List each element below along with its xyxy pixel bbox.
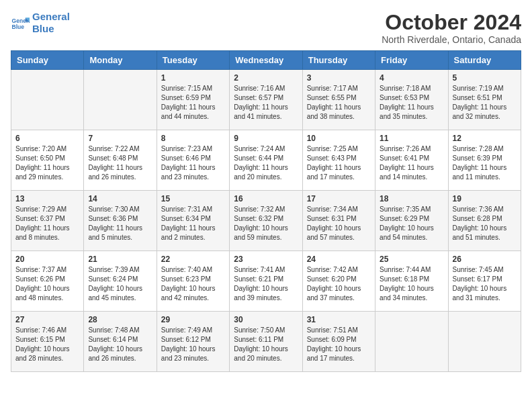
day-info: Sunrise: 7:34 AM Sunset: 6:31 PM Dayligh… [307,205,371,242]
day-info: Sunrise: 7:45 AM Sunset: 6:17 PM Dayligh… [453,265,517,303]
calendar-cell: 17Sunrise: 7:34 AM Sunset: 6:31 PM Dayli… [302,191,375,251]
logo-text-line1: General [32,11,70,23]
col-thursday: Thursday [302,51,375,70]
calendar-cell: 7Sunrise: 7:22 AM Sunset: 6:48 PM Daylig… [84,130,157,191]
week-row-3: 13Sunrise: 7:29 AM Sunset: 6:37 PM Dayli… [11,191,521,251]
day-number: 24 [307,255,371,264]
day-info: Sunrise: 7:25 AM Sunset: 6:43 PM Dayligh… [307,144,371,182]
calendar-cell: 10Sunrise: 7:25 AM Sunset: 6:43 PM Dayli… [302,130,375,191]
day-info: Sunrise: 7:32 AM Sunset: 6:32 PM Dayligh… [234,205,298,242]
day-info: Sunrise: 7:51 AM Sunset: 6:09 PM Dayligh… [307,326,371,363]
week-row-1: 1Sunrise: 7:15 AM Sunset: 6:59 PM Daylig… [11,70,521,130]
day-number: 22 [161,255,225,264]
day-info: Sunrise: 7:16 AM Sunset: 6:57 PM Dayligh… [234,84,298,122]
col-wednesday: Wednesday [230,51,302,70]
calendar-cell [375,312,448,372]
calendar-cell: 9Sunrise: 7:24 AM Sunset: 6:44 PM Daylig… [230,130,302,191]
calendar-cell: 3Sunrise: 7:17 AM Sunset: 6:55 PM Daylig… [302,70,375,130]
calendar-cell: 27Sunrise: 7:46 AM Sunset: 6:15 PM Dayli… [11,312,84,372]
calendar-cell: 25Sunrise: 7:44 AM Sunset: 6:18 PM Dayli… [375,251,448,312]
day-number: 9 [234,134,298,143]
day-number: 3 [307,73,371,83]
calendar-cell: 18Sunrise: 7:35 AM Sunset: 6:29 PM Dayli… [375,191,448,251]
day-info: Sunrise: 7:39 AM Sunset: 6:24 PM Dayligh… [88,265,152,303]
day-number: 15 [161,194,225,203]
calendar-cell [11,70,84,130]
day-info: Sunrise: 7:41 AM Sunset: 6:21 PM Dayligh… [234,265,298,303]
month-title: October 2024 [382,11,521,34]
calendar-cell: 24Sunrise: 7:42 AM Sunset: 6:20 PM Dayli… [302,251,375,312]
col-sunday: Sunday [11,51,84,70]
day-number: 31 [307,315,371,324]
day-number: 29 [161,315,225,324]
day-info: Sunrise: 7:18 AM Sunset: 6:53 PM Dayligh… [380,84,443,122]
title-block: October 2024 North Riverdale, Ontario, C… [382,11,521,45]
day-info: Sunrise: 7:15 AM Sunset: 6:59 PM Dayligh… [161,84,225,122]
day-info: Sunrise: 7:49 AM Sunset: 6:12 PM Dayligh… [161,326,225,363]
day-number: 21 [88,255,152,264]
day-number: 28 [88,315,152,324]
day-number: 11 [380,134,443,143]
calendar-cell: 1Sunrise: 7:15 AM Sunset: 6:59 PM Daylig… [157,70,229,130]
page-header: General Blue General Blue October 2024 N… [11,11,521,45]
calendar-cell: 29Sunrise: 7:49 AM Sunset: 6:12 PM Dayli… [157,312,229,372]
calendar-cell: 6Sunrise: 7:20 AM Sunset: 6:50 PM Daylig… [11,130,84,191]
day-number: 1 [161,73,225,83]
day-number: 4 [380,73,443,83]
logo: General Blue General Blue [11,11,70,35]
calendar-cell: 21Sunrise: 7:39 AM Sunset: 6:24 PM Dayli… [84,251,157,312]
day-info: Sunrise: 7:35 AM Sunset: 6:29 PM Dayligh… [380,205,443,242]
day-info: Sunrise: 7:28 AM Sunset: 6:39 PM Dayligh… [453,144,517,182]
calendar-cell: 8Sunrise: 7:23 AM Sunset: 6:46 PM Daylig… [157,130,229,191]
week-row-4: 20Sunrise: 7:37 AM Sunset: 6:26 PM Dayli… [11,251,521,312]
location: North Riverdale, Ontario, Canada [382,34,521,45]
col-saturday: Saturday [448,51,521,70]
day-number: 17 [307,194,371,203]
day-number: 8 [161,134,225,143]
calendar-cell: 12Sunrise: 7:28 AM Sunset: 6:39 PM Dayli… [448,130,521,191]
calendar-cell: 30Sunrise: 7:50 AM Sunset: 6:11 PM Dayli… [230,312,302,372]
day-info: Sunrise: 7:48 AM Sunset: 6:14 PM Dayligh… [88,326,152,363]
calendar-cell: 31Sunrise: 7:51 AM Sunset: 6:09 PM Dayli… [302,312,375,372]
day-info: Sunrise: 7:50 AM Sunset: 6:11 PM Dayligh… [234,326,298,363]
day-number: 25 [380,255,443,264]
day-number: 14 [88,194,152,203]
day-info: Sunrise: 7:40 AM Sunset: 6:23 PM Dayligh… [161,265,225,303]
calendar-cell: 5Sunrise: 7:19 AM Sunset: 6:51 PM Daylig… [448,70,521,130]
day-number: 19 [453,194,517,203]
day-number: 16 [234,194,298,203]
day-info: Sunrise: 7:36 AM Sunset: 6:28 PM Dayligh… [453,205,517,242]
day-number: 10 [307,134,371,143]
day-number: 13 [15,194,79,203]
calendar-cell: 20Sunrise: 7:37 AM Sunset: 6:26 PM Dayli… [11,251,84,312]
day-number: 6 [15,134,79,143]
day-info: Sunrise: 7:23 AM Sunset: 6:46 PM Dayligh… [161,144,225,182]
calendar-cell: 11Sunrise: 7:26 AM Sunset: 6:41 PM Dayli… [375,130,448,191]
col-monday: Monday [84,51,157,70]
col-friday: Friday [375,51,448,70]
calendar-cell: 15Sunrise: 7:31 AM Sunset: 6:34 PM Dayli… [157,191,229,251]
col-tuesday: Tuesday [157,51,229,70]
day-number: 2 [234,73,298,83]
day-info: Sunrise: 7:42 AM Sunset: 6:20 PM Dayligh… [307,265,371,303]
calendar-cell: 2Sunrise: 7:16 AM Sunset: 6:57 PM Daylig… [230,70,302,130]
svg-text:Blue: Blue [12,24,25,30]
day-number: 7 [88,134,152,143]
week-row-5: 27Sunrise: 7:46 AM Sunset: 6:15 PM Dayli… [11,312,521,372]
day-info: Sunrise: 7:19 AM Sunset: 6:51 PM Dayligh… [453,84,517,122]
calendar-header-row: Sunday Monday Tuesday Wednesday Thursday… [11,51,521,70]
logo-text-line2: Blue [32,23,70,35]
logo-icon: General Blue [11,13,30,32]
calendar-cell: 19Sunrise: 7:36 AM Sunset: 6:28 PM Dayli… [448,191,521,251]
calendar-cell: 14Sunrise: 7:30 AM Sunset: 6:36 PM Dayli… [84,191,157,251]
calendar-cell: 13Sunrise: 7:29 AM Sunset: 6:37 PM Dayli… [11,191,84,251]
day-number: 20 [15,255,79,264]
day-info: Sunrise: 7:24 AM Sunset: 6:44 PM Dayligh… [234,144,298,182]
calendar-cell [84,70,157,130]
calendar-cell [448,312,521,372]
day-number: 12 [453,134,517,143]
day-info: Sunrise: 7:37 AM Sunset: 6:26 PM Dayligh… [15,265,79,303]
day-info: Sunrise: 7:46 AM Sunset: 6:15 PM Dayligh… [15,326,79,363]
calendar-table: Sunday Monday Tuesday Wednesday Thursday… [11,50,521,372]
week-row-2: 6Sunrise: 7:20 AM Sunset: 6:50 PM Daylig… [11,130,521,191]
